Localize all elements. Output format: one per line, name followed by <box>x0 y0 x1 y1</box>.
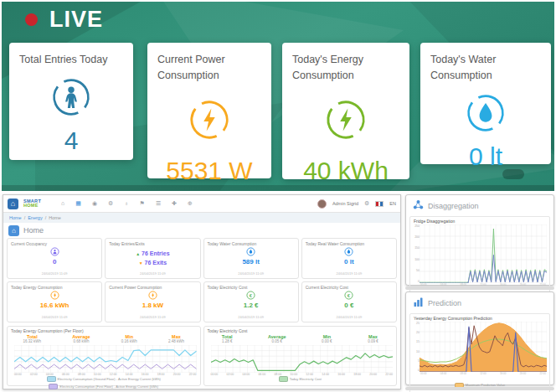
svg-text:€: € <box>250 293 253 298</box>
svg-text:€: € <box>348 293 351 298</box>
stat-value: 0.68 kWh <box>72 339 90 343</box>
stat-value: 0.05 € <box>268 339 286 343</box>
page-title-row: ⌂ Home <box>3 223 400 238</box>
panel-body: Yesterday Energy Consumption Prediction … <box>409 313 550 392</box>
menu-icon[interactable]: ☰ <box>156 200 161 207</box>
stat-timestamp: 24/04/2019 11:09 <box>302 315 396 319</box>
user-name[interactable]: Admin Sigrid <box>332 201 358 206</box>
breadcrumb-home[interactable]: Home <box>9 215 22 220</box>
stat-card-power[interactable]: Current Power Consumption 1.8 kW 24/04/2… <box>105 281 200 322</box>
stat-value: 1.28 € <box>222 339 233 343</box>
live-label: LIVE <box>49 7 103 33</box>
language-flag-icon[interactable] <box>375 201 384 207</box>
stat-card-occupancy[interactable]: Current Occupancy 0 24/04/2019 11:09 <box>7 238 102 279</box>
chart-panels-row: Today Energy Consumption (Per Floor) Tot… <box>7 326 397 386</box>
drop-circle-icon <box>246 247 255 257</box>
kpi-card-today-energy: Today's Energy Consumption 40 kWh <box>282 43 409 179</box>
panel-title: Prediction <box>428 299 461 307</box>
cluster-icon <box>413 199 424 214</box>
stat-timestamp: 24/04/2019 11:09 <box>302 271 396 276</box>
legend-label: Today Electricity Cost <box>290 377 322 381</box>
legend-swatch <box>47 376 56 382</box>
legend-swatch <box>279 376 288 382</box>
settings-gear-icon[interactable]: ⚙ <box>364 200 369 207</box>
bolt-circle-icon <box>148 291 157 301</box>
stat-card-real-water[interactable]: Today Real Water Consumption 0 lt 24/04/… <box>301 238 397 279</box>
breadcrumb-current: Home <box>49 215 61 220</box>
stat-value: 0.00 € <box>322 339 332 343</box>
breadcrumb-separator: / <box>45 215 47 220</box>
person-circle-icon <box>50 247 59 257</box>
exits-value: 76 Exits <box>145 260 167 266</box>
panel-header: Disaggregation <box>406 195 553 215</box>
up-arrow-icon: ▲ <box>136 251 140 256</box>
navbar-user-area: Admin Sigrid ⚙ EN <box>317 199 396 209</box>
chart-title: Fridge Disaggregation <box>410 217 549 224</box>
window-separator <box>405 387 554 390</box>
person-icon <box>9 76 133 121</box>
kpi-title: Today's Energy Consumption <box>282 43 409 85</box>
kpi-card-total-entries: Total Entries Today 4 <box>9 43 133 160</box>
kpi-value: 4 <box>9 126 133 155</box>
dashboard-icon[interactable]: ▦ <box>75 200 81 207</box>
stat-card-entries-exits[interactable]: Today Entries/Exits ▲ 76 Entries ▼ 76 Ex… <box>105 238 200 279</box>
prediction-panel: Prediction Yesterday Energy Consumption … <box>405 291 554 385</box>
stat-timestamp: 24/04/2019 11:09 <box>106 315 199 319</box>
kpi-card-current-power: Current Power Consumption 5531 W <box>147 43 271 178</box>
panel-header: Prediction <box>406 292 553 312</box>
stat-value: 589 lt <box>204 258 298 266</box>
chart-stats: Total16.32 kWh Average0.68 kWh Min0.16 k… <box>8 334 200 343</box>
hero-banner: LIVE Total Entries Today 4 Current Power… <box>2 2 554 191</box>
stat-card-cost[interactable]: Today Electricity Cost € 1.2 € 24/04/201… <box>203 281 299 322</box>
integrations-icon[interactable]: ⊕ <box>188 200 193 207</box>
gear-icon[interactable]: ⚙ <box>108 200 113 207</box>
panel-title: Disaggregation <box>428 202 479 210</box>
chart-legend: Today Electricity Cost <box>204 376 397 384</box>
hero-bottom-band <box>2 185 554 191</box>
bar-chart-icon <box>413 296 424 311</box>
y-axis-ticks: 2520151050 <box>412 322 420 372</box>
home-icon[interactable]: ⌂ <box>61 200 64 207</box>
language-code[interactable]: EN <box>389 201 396 206</box>
stat-value: 0.16 kWh <box>121 339 137 343</box>
kpi-title: Today's Water Consumption <box>420 43 551 85</box>
bolt-icon <box>147 98 271 145</box>
bolt-circle-icon <box>50 291 59 301</box>
page-title: Home <box>23 226 44 235</box>
euro-circle-icon: € <box>246 291 255 301</box>
monitor-icon[interactable]: ◉ <box>92 200 97 207</box>
avatar[interactable] <box>317 199 327 209</box>
network-icon[interactable]: ♁ <box>124 200 128 207</box>
live-dot-icon <box>25 13 38 26</box>
app-logo-icon[interactable]: ⌂ <box>8 199 18 209</box>
stat-timestamp: 24/04/2019 11:09 <box>106 271 199 276</box>
chart-title: Today Electricity Cost <box>204 327 397 333</box>
stat-value: 0.09 € <box>368 339 378 343</box>
down-arrow-icon: ▼ <box>139 260 143 266</box>
flag-icon[interactable]: ⚑ <box>140 200 145 207</box>
stat-card-water[interactable]: Today Water Consumption 589 lt 24/04/201… <box>203 238 299 279</box>
breadcrumb-separator: / <box>24 215 26 220</box>
stat-cards-row2: Today Energy Consumption 16.6 kWh 24/04/… <box>7 281 397 325</box>
prediction-chart <box>420 322 547 372</box>
stat-value: 1.2 € <box>204 302 298 309</box>
screenshot-canvas: LIVE Total Entries Today 4 Current Power… <box>0 0 556 392</box>
stat-card-current-cost[interactable]: Current Electricity Cost € 0 € 24/04/201… <box>301 281 397 322</box>
cost-chart-panel: Today Electricity Cost Total1.28 € Avera… <box>203 326 398 386</box>
stat-card-energy[interactable]: Today Energy Consumption 16.6 kWh 24/04/… <box>7 281 102 322</box>
stat-cards-row1: Current Occupancy 0 24/04/2019 11:09 Tod… <box>7 238 397 281</box>
kpi-title: Current Power Consumption <box>147 43 271 85</box>
legend-label: Electricity Consumption (Ground Floor) -… <box>58 377 161 381</box>
perfloor-line-chart <box>14 345 197 373</box>
navbar-icon-row: ⌂ ▦ ◉ ⚙ ♁ ⚑ ☰ ✚ ⊕ <box>61 200 193 207</box>
stat-value: 0 lt <box>302 258 396 266</box>
kpi-value: 40 kWh <box>282 157 409 185</box>
legend-label: Electricity Consumption (First Floor) - … <box>59 384 158 389</box>
breadcrumb-energy[interactable]: Energy <box>28 215 42 220</box>
legend-swatch <box>49 384 58 389</box>
stat-value: 0 € <box>302 302 396 309</box>
stat-timestamp: 24/04/2019 11:09 <box>8 271 101 276</box>
disaggregation-chart <box>420 224 547 283</box>
add-icon[interactable]: ✚ <box>172 200 177 207</box>
stat-timestamp: 24/04/2019 11:09 <box>204 271 298 276</box>
